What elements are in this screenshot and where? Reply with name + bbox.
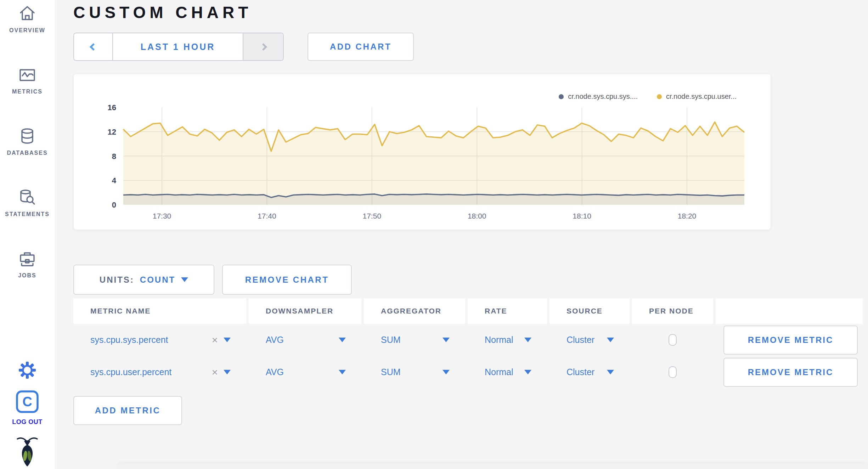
svg-text:18:20: 18:20 [678,212,697,220]
logout-label: LOG OUT [12,418,43,426]
chevron-down-icon[interactable] [224,370,231,374]
time-window-next-button[interactable] [243,33,283,60]
svg-text:C: C [22,394,32,409]
settings-button[interactable] [18,361,36,381]
sidebar-item-label: DATABASES [7,150,47,156]
source-cell: Cluster [549,367,630,377]
metric-table-row: sys.cpu.user.percent × AVG SUM Normal Cl… [73,356,868,388]
timeseries-chart-card: cr.node.sys.cpu.sys....cr.node.sys.cpu.u… [73,74,771,230]
metrics-icon [18,66,36,84]
column-header-source: SOURCE [549,298,630,324]
clear-metric-icon[interactable]: × [212,335,218,345]
downsampler-cell: AVG [249,335,361,345]
chevron-down-icon[interactable] [339,338,346,342]
downsampler-select[interactable]: AVG [266,335,284,345]
units-value: COUNT [140,275,175,285]
chevron-down-icon[interactable] [607,338,614,342]
sidebar-item-label: JOBS [18,272,36,279]
legend-dot [657,94,662,99]
metric-name-select[interactable]: sys.cpu.sys.percent [90,335,168,345]
remove-metric-button[interactable]: REMOVE METRIC [723,358,858,387]
main-content: CUSTOM CHART LAST 1 HOUR ADD CHART cr.no… [55,0,868,469]
add-metric-button[interactable]: ADD METRIC [73,396,182,425]
sidebar-item-label: METRICS [12,89,43,95]
metric-name-select[interactable]: sys.cpu.user.percent [90,367,171,377]
chevron-left-icon [89,43,97,50]
remove-chart-button[interactable]: REMOVE CHART [222,265,352,295]
chevron-down-icon[interactable] [524,370,531,374]
time-window-label: LAST 1 HOUR [141,42,215,52]
sidebar-item-statements[interactable]: STATEMENTS [5,189,50,217]
add-chart-button[interactable]: ADD CHART [308,33,414,61]
rate-select[interactable]: Normal [485,335,513,345]
home-icon [18,5,36,23]
column-header-actions [716,298,863,324]
aggregator-select[interactable]: SUM [381,335,401,345]
svg-text:16: 16 [108,103,116,112]
legend-dot [559,94,564,99]
chevron-right-icon [259,43,267,50]
metric-name-cell: sys.cpu.sys.percent × [73,335,246,345]
per-node-cell [632,366,713,378]
sidebar-item-jobs[interactable]: JOBS [18,250,36,279]
time-window-dropdown[interactable]: LAST 1 HOUR [113,33,243,60]
chevron-down-icon[interactable] [339,370,346,374]
aggregator-cell: SUM [364,335,465,345]
chart-controls: UNITS: COUNT REMOVE CHART [73,265,868,295]
per-node-checkbox[interactable] [669,334,677,346]
time-window-prev-button[interactable] [74,33,113,60]
rate-select[interactable]: Normal [485,367,513,377]
page-title: CUSTOM CHART [73,3,868,22]
remove-metric-button[interactable]: REMOVE METRIC [723,326,858,355]
next-chart-card-peek [117,463,868,469]
units-dropdown[interactable]: UNITS: COUNT [73,265,214,295]
sidebar-item-metrics[interactable]: METRICS [12,66,43,95]
chevron-down-icon[interactable] [443,370,450,374]
time-window-selector: LAST 1 HOUR [73,33,284,61]
column-header-aggregator: AGGREGATOR [364,298,465,324]
actions-cell: REMOVE METRIC [716,326,863,355]
legend-label: cr.node.sys.cpu.user... [666,92,737,101]
aggregator-cell: SUM [364,367,465,377]
cockroachdb-bug-logo [16,436,38,468]
databases-icon [18,128,36,145]
legend-label: cr.node.sys.cpu.sys.... [568,92,638,101]
units-label: UNITS: [100,275,134,285]
gear-icon [18,374,36,380]
sidebar-item-label: STATEMENTS [5,211,50,217]
sidebar-item-databases[interactable]: DATABASES [7,128,47,156]
toolbar: LAST 1 HOUR ADD CHART [73,33,868,61]
legend-item[interactable]: cr.node.sys.cpu.sys.... [559,92,638,101]
source-select[interactable]: Cluster [567,335,594,345]
per-node-checkbox[interactable] [669,366,677,378]
chevron-down-icon[interactable] [524,338,531,342]
logout-button[interactable]: C LOG OUT [12,390,43,426]
chevron-down-icon[interactable] [224,338,231,342]
source-cell: Cluster [549,335,630,345]
column-header-rate: RATE [468,298,547,324]
aggregator-select[interactable]: SUM [381,367,401,377]
app-root: OVERVIEW METRICS DATABASES [0,0,868,469]
svg-text:18:00: 18:00 [468,212,486,220]
cockroach-c-icon: C [16,390,39,415]
sidebar-item-overview[interactable]: OVERVIEW [9,5,45,34]
statements-icon [18,189,36,207]
metric-name-cell: sys.cpu.user.percent × [73,367,246,378]
downsampler-cell: AVG [249,367,361,377]
downsampler-select[interactable]: AVG [266,367,284,377]
svg-text:17:50: 17:50 [363,212,382,220]
chevron-down-icon[interactable] [607,370,614,374]
chevron-down-icon[interactable] [443,338,450,342]
legend-item[interactable]: cr.node.sys.cpu.user... [657,92,737,101]
metrics-table-body: sys.cpu.sys.percent × AVG SUM Normal Clu… [73,324,868,388]
metrics-table-header: METRIC NAME DOWNSAMPLER AGGREGATOR RATE … [73,298,868,324]
sidebar-item-label: OVERVIEW [9,27,45,34]
rate-cell: Normal [468,367,547,377]
source-select[interactable]: Cluster [567,367,594,377]
clear-metric-icon[interactable]: × [212,367,218,378]
per-node-cell [632,334,713,346]
svg-text:17:40: 17:40 [258,212,276,220]
actions-cell: REMOVE METRIC [716,358,863,387]
column-header-per-node: PER NODE [632,298,713,324]
chevron-down-icon [181,277,188,282]
